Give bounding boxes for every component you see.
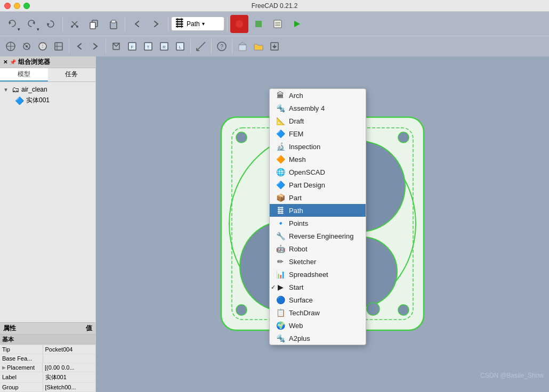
menu-item-assembly-4[interactable]: 🔩Assembly 4	[270, 102, 366, 115]
panel-pin-icon[interactable]: 📌	[10, 59, 16, 65]
menu-item-label: Points	[289, 219, 308, 227]
menu-check-icon: ✓	[270, 284, 276, 291]
title-bar: FreeCAD 0.21.2	[0, 0, 549, 12]
menu-item-icon: 🛤	[276, 206, 285, 215]
record-button[interactable]	[230, 15, 248, 33]
svg-rect-43	[239, 45, 246, 51]
minimize-button[interactable]	[14, 3, 20, 9]
view-right-button[interactable]: R	[157, 39, 172, 54]
run-button[interactable]	[288, 15, 306, 33]
help-button[interactable]: ?	[214, 39, 229, 54]
title-bar-buttons[interactable]	[4, 3, 30, 9]
menu-item-part[interactable]: 📦Part	[270, 191, 366, 204]
props-val-base	[43, 354, 95, 363]
menu-item-web[interactable]: 🌍Web	[270, 319, 366, 332]
dropdown-menu: 🏛Arch🔩Assembly 4📐Draft🔷FEM🔬Inspection🔶Me…	[269, 88, 366, 345]
menu-item-icon: 🏛	[276, 91, 285, 100]
view-top-button[interactable]: T	[141, 39, 156, 54]
svg-text:T: T	[147, 45, 150, 50]
folder-button[interactable]	[251, 39, 266, 54]
menu-item-points[interactable]: 🔹Points	[270, 217, 366, 230]
menu-item-robot[interactable]: 🤖Robot	[270, 242, 366, 255]
props-key-tip: Tip	[0, 345, 43, 354]
menu-item-arch[interactable]: 🏛Arch	[270, 89, 366, 102]
nav-back-button[interactable]	[72, 39, 87, 54]
menu-item-label: Sketcher	[289, 258, 316, 266]
left-panel: ✕ 📌 组合浏览器 模型 任务 ▼ 🗂 air_clean 🔷 实体001 属性…	[0, 56, 96, 392]
tab-model[interactable]: 模型	[0, 68, 48, 81]
view-home-button[interactable]	[109, 39, 124, 54]
stop-button[interactable]	[249, 15, 268, 33]
menu-item-label: Start	[289, 283, 303, 291]
draw-style-button[interactable]	[35, 39, 50, 54]
svg-marker-1	[33, 21, 35, 24]
properties-panel: 属性 值 基本 Tip Pocket004 Base Fea... ▶Place…	[0, 322, 95, 393]
macro-edit-button[interactable]	[269, 15, 287, 33]
maximize-button[interactable]	[23, 3, 30, 9]
menu-item-fem[interactable]: 🔷FEM	[270, 127, 366, 140]
separator7	[190, 39, 191, 54]
menu-item-part-design[interactable]: 🔷Part Design	[270, 178, 366, 191]
menu-item-path[interactable]: 🛤Path	[270, 204, 366, 217]
paste-button[interactable]	[104, 15, 122, 33]
close-button[interactable]	[4, 3, 11, 9]
nav-forward-button[interactable]	[88, 39, 103, 54]
menu-item-start[interactable]: ✓▶Start	[270, 281, 366, 293]
view-menu-button[interactable]	[51, 39, 66, 54]
menu-item-label: A2plus	[289, 334, 310, 342]
fit-all-button[interactable]	[3, 39, 18, 54]
svg-point-5	[71, 26, 73, 28]
separator3	[168, 17, 168, 31]
menu-item-icon: 📊	[276, 270, 285, 279]
redo-button[interactable]: ▾	[22, 15, 41, 33]
tree-chevron-icon: ▼	[3, 87, 10, 93]
svg-marker-17	[294, 21, 300, 27]
menu-item-a2plus[interactable]: 🔩A2plus	[270, 332, 366, 345]
view-front-button[interactable]: F	[125, 39, 140, 54]
watermark: CSDN @Basile_Show	[480, 372, 544, 379]
refresh-button[interactable]	[42, 15, 60, 33]
svg-text:?: ?	[220, 44, 223, 50]
svg-point-53	[236, 132, 247, 143]
menu-item-inspection[interactable]: 🔬Inspection	[270, 140, 366, 153]
props-row-placement: ▶Placement [(0.00 0.0...	[0, 363, 95, 372]
tree-item-solid[interactable]: 🔷 实体001	[2, 95, 93, 106]
tree-item-label: air_clean	[21, 86, 47, 93]
cut-button[interactable]	[66, 15, 84, 33]
export-button[interactable]	[267, 39, 282, 54]
back-button[interactable]	[128, 15, 146, 33]
props-key-label: Label	[0, 372, 43, 383]
menu-item-label: Surface	[289, 296, 313, 304]
menu-item-techdraw[interactable]: 📋TechDraw	[270, 306, 366, 319]
tree-item-air-clean[interactable]: ▼ 🗂 air_clean	[2, 84, 93, 95]
tab-task[interactable]: 任务	[48, 68, 96, 81]
menu-item-icon: 🔩	[276, 104, 285, 112]
svg-point-6	[76, 26, 78, 28]
separator	[62, 17, 63, 31]
measure-button[interactable]	[193, 39, 208, 54]
menu-item-icon: 📦	[276, 193, 285, 202]
fit-selection-button[interactable]	[19, 39, 34, 54]
workbench-selector[interactable]: 🛤 Path ▾	[171, 17, 224, 31]
menu-item-reverse-engineering[interactable]: 🔧Reverse Engineering	[270, 230, 366, 242]
menu-item-surface[interactable]: 🔵Surface	[270, 293, 366, 306]
separator6	[106, 39, 106, 54]
menu-item-mesh[interactable]: 🔶Mesh	[270, 153, 366, 166]
view-left-button[interactable]: L	[173, 39, 188, 54]
menu-item-icon: 📐	[276, 117, 285, 125]
props-table: 基本 Tip Pocket004 Base Fea... ▶Placement …	[0, 334, 95, 393]
menu-item-draft[interactable]: 📐Draft	[270, 115, 366, 127]
forward-button[interactable]	[147, 15, 165, 33]
menu-item-sketcher[interactable]: ✏Sketcher	[270, 255, 366, 268]
part-button[interactable]	[235, 39, 250, 54]
panel-close-icon[interactable]: ✕	[3, 59, 7, 65]
menu-item-spreadsheet[interactable]: 📊Spreadsheet	[270, 268, 366, 281]
undo-button[interactable]: ▾	[3, 15, 21, 33]
tree-solid-icon: 🔷	[15, 96, 24, 105]
copy-button[interactable]	[85, 15, 103, 33]
svg-point-58	[367, 303, 380, 315]
props-key-group: Group	[0, 383, 43, 392]
menu-item-openscad[interactable]: 🌐OpenSCAD	[270, 166, 366, 178]
props-section-header: 基本	[0, 334, 95, 345]
menu-item-label: Reverse Engineering	[289, 232, 353, 240]
